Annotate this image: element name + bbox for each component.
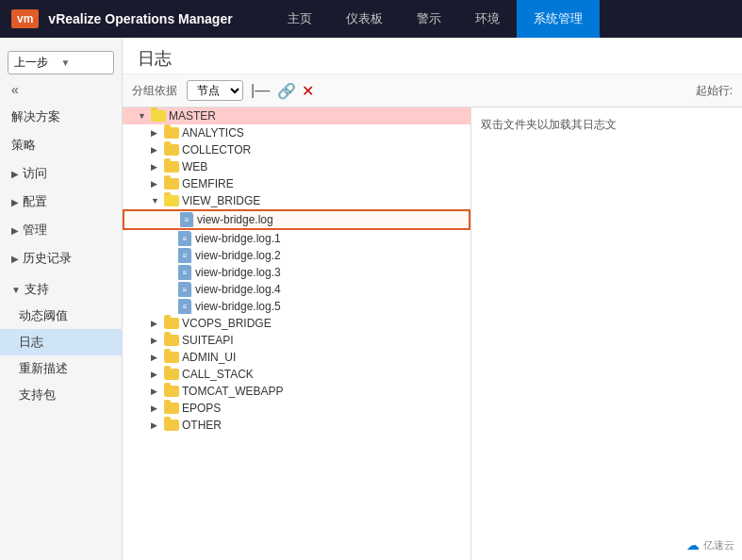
tree-pane: ▼ MASTER ▶ ANALYTICS ▶ COLLECTOR [123, 107, 471, 560]
hint-text: 双击文件夹以加载其日志文 [481, 118, 617, 131]
tree-file-viewbridge-log2[interactable]: view-bridge.log.2 [123, 247, 470, 264]
watermark: ☁ 亿速云 [686, 537, 734, 552]
sidebar: 上一步 ▼ « 解决方案 策略 ▶ 访问 ▶ 配置 ▶ 管理 ▶ 历史记录 ▼ [0, 38, 123, 560]
tree-file-viewbridge-log3[interactable]: view-bridge.log.3 [123, 264, 470, 281]
collapse-sidebar-btn[interactable]: « [6, 80, 25, 99]
tree-folder-viewbridge[interactable]: ▼ VIEW_BRIDGE [123, 192, 470, 209]
sidebar-item-history[interactable]: ▶ 历史记录 [0, 244, 122, 272]
sidebar-item-support-pkg[interactable]: 支持包 [0, 382, 122, 408]
watermark-text: 亿速云 [703, 538, 734, 552]
panes: ▼ MASTER ▶ ANALYTICS ▶ COLLECTOR [123, 107, 742, 560]
vm-logo: vm [11, 9, 39, 28]
support-header[interactable]: ▼ 支持 [0, 276, 122, 303]
sidebar-item-access[interactable]: ▶ 访问 [0, 159, 122, 188]
delete-icon[interactable]: ✕ [302, 82, 314, 100]
sidebar-item-dynamic-threshold[interactable]: 动态阈值 [0, 303, 122, 329]
tree-folder-suiteapi[interactable]: ▶ SUITEAPI [123, 332, 470, 349]
nav-alerts[interactable]: 警示 [400, 0, 458, 38]
nav-dashboard[interactable]: 仪表板 [329, 0, 400, 38]
sidebar-item-manage[interactable]: ▶ 管理 [0, 216, 122, 244]
tree-folder-epops[interactable]: ▶ EPOPS [123, 400, 470, 417]
content-area: 日志 分组依据 节点 |— 🔗 ✕ 起始行: ▼ MASTER [123, 38, 742, 560]
tree-file-viewbridge-log[interactable]: view-bridge.log [123, 209, 470, 230]
top-nav: vm vRealize Operations Manager 主页 仪表板 警示… [0, 0, 742, 38]
sidebar-item-policy[interactable]: 策略 [0, 131, 122, 159]
toolbar: 分组依据 节点 |— 🔗 ✕ 起始行: [123, 74, 742, 107]
right-pane: 双击文件夹以加载其日志文 [471, 107, 742, 560]
tree-file-viewbridge-log5[interactable]: view-bridge.log.5 [123, 298, 470, 315]
tree-folder-tomcatwebapp[interactable]: ▶ TOMCAT_WEBAPP [123, 383, 470, 400]
tree-folder-callstack[interactable]: ▶ CALL_STACK [123, 366, 470, 383]
back-button[interactable]: 上一步 ▼ [8, 51, 114, 74]
sidebar-item-logs[interactable]: 日志 [0, 329, 122, 355]
pipe-icon: |— [251, 82, 270, 99]
tree-folder-collector[interactable]: ▶ COLLECTOR [123, 141, 470, 158]
tree-root-master[interactable]: ▼ MASTER [123, 107, 470, 124]
nav-items: 主页 仪表板 警示 环境 系统管理 [271, 0, 731, 38]
tree-folder-vcopsbridge[interactable]: ▶ VCOPS_BRIDGE [123, 315, 470, 332]
tree-file-viewbridge-log1[interactable]: view-bridge.log.1 [123, 230, 470, 247]
start-line-label: 起始行: [696, 83, 733, 99]
tree-folder-gemfire[interactable]: ▶ GEMFIRE [123, 175, 470, 192]
support-section: ▼ 支持 动态阈值 日志 重新描述 支持包 [0, 276, 122, 408]
sidebar-item-redescribe[interactable]: 重新描述 [0, 355, 122, 382]
link-icon[interactable]: 🔗 [277, 82, 296, 100]
main-layout: 上一步 ▼ « 解决方案 策略 ▶ 访问 ▶ 配置 ▶ 管理 ▶ 历史记录 ▼ [0, 38, 742, 560]
group-by-label: 分组依据 [132, 83, 177, 99]
tree-folder-adminui[interactable]: ▶ ADMIN_UI [123, 349, 470, 366]
app-title: vRealize Operations Manager [48, 11, 232, 26]
nav-home[interactable]: 主页 [271, 0, 329, 38]
tree-folder-other[interactable]: ▶ OTHER [123, 417, 470, 434]
nav-sysadmin[interactable]: 系统管理 [517, 0, 600, 38]
sidebar-item-solutions[interactable]: 解决方案 [0, 103, 122, 131]
node-select[interactable]: 节点 [187, 80, 243, 101]
tree-file-viewbridge-log4[interactable]: view-bridge.log.4 [123, 281, 470, 298]
tree-folder-web[interactable]: ▶ WEB [123, 158, 470, 175]
tree-folder-analytics[interactable]: ▶ ANALYTICS [123, 124, 470, 141]
nav-env[interactable]: 环境 [458, 0, 517, 38]
sidebar-item-config[interactable]: ▶ 配置 [0, 188, 122, 216]
page-title: 日志 [123, 38, 742, 74]
watermark-icon: ☁ [686, 537, 700, 552]
